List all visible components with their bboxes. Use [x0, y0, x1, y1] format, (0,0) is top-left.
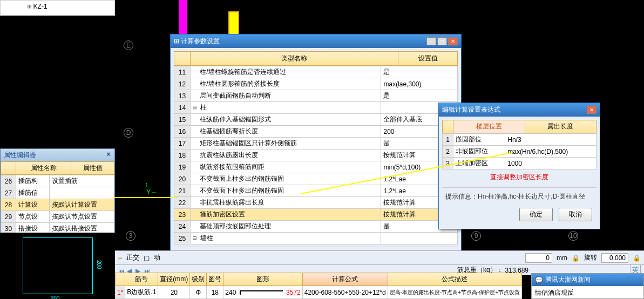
param-table: 类型名称设置值 — [174, 51, 458, 66]
axis-3: 3 — [126, 231, 135, 241]
param-dialog-title[interactable]: ⊞ 计算参数设置 − □ ✕ — [171, 35, 461, 48]
dyn-icon[interactable]: ▢ — [144, 254, 150, 262]
param-row[interactable]: 15 柱纵筋伸入基础锚固形式全部伸入基底 — [174, 114, 458, 126]
tree-panel: ⊞ KZ-1 — [0, 0, 115, 16]
param-row[interactable]: 12 柱/墙柱圆形箍筋的搭接长度max(lae,300) — [174, 78, 458, 90]
rebar-header[interactable] — [116, 273, 125, 286]
prop-row[interactable]: 27插筋信 — [1, 187, 114, 199]
close-icon[interactable]: ✕ — [587, 106, 596, 114]
param-row[interactable]: 24 基础顶部按嵌固部位处理是 — [174, 221, 458, 233]
edit-table: 楼层位置露出长度 — [442, 120, 596, 133]
rebar-header[interactable]: 图号 — [207, 273, 223, 286]
rebar-header[interactable]: 公式描述 — [388, 273, 522, 286]
shape-cell: 240 3572 — [223, 286, 302, 299]
dialog-icon: ⊞ — [174, 37, 181, 45]
news-icon: 💬 — [535, 276, 543, 284]
prop-row[interactable]: 29节点设按默认节点设置 — [1, 211, 114, 223]
prop-row[interactable]: 26插筋构设置插筋 — [1, 175, 114, 187]
cancel-button[interactable]: 取消 — [559, 208, 592, 221]
param-row[interactable]: 17 矩形柱基础锚固区只计算外侧箍筋是 — [174, 138, 458, 150]
param-row[interactable]: 18 抗震柱纵筋露出长度按规范计算 — [174, 150, 458, 161]
news-title: 💬 腾讯大浙网新闻 — [532, 274, 643, 286]
ok-button[interactable]: 确定 — [519, 208, 553, 221]
param-row[interactable]: 20 不变截面上柱多出的钢筋锚固1.2*Lae — [174, 173, 458, 185]
tree-expand-icon[interactable]: ⊞ — [28, 3, 31, 10]
ortho-toggle[interactable]: 正交 — [126, 253, 139, 262]
param-row[interactable]: 11 柱/墙柱螺旋箍筋是否连续通过是 — [174, 66, 458, 78]
preview-panel: 200 200 — [0, 233, 115, 299]
rebar-header[interactable]: 计算公式 — [302, 273, 388, 286]
edit-dialog-title[interactable]: 编辑计算设置表达式 ✕ — [439, 103, 600, 117]
param-row[interactable]: 16 柱基础插筋弯折长度200 — [174, 126, 458, 138]
status-bar: ⌐ 正交 ▢ 动 0 mm 🔒 旋转 0.000 🔒 — [115, 250, 644, 264]
maximize-icon[interactable]: □ — [437, 37, 447, 45]
rebar-header[interactable]: 图形 — [223, 273, 302, 286]
minimize-icon[interactable]: − — [426, 37, 436, 45]
preview-box: 200 200 — [23, 237, 93, 294]
param-row[interactable]: 22 非抗震柱纵筋露出长度按规范计算 — [174, 197, 458, 209]
param-row[interactable]: 25⊟ 墙柱 — [174, 233, 458, 244]
rebar-table: 筋号直径(mm)级别图号图形计算公式公式描述 1* B边纵筋.1 20 Φ 18… — [115, 273, 522, 299]
connector-line-1 — [113, 197, 178, 198]
rebar-header[interactable]: 筋号 — [125, 273, 158, 286]
axis-10: 10 — [568, 231, 578, 241]
angle-field[interactable]: 0.000 — [601, 253, 628, 263]
edit-row[interactable]: 2非嵌固部位max(Hn/6,hc(D),500) — [443, 146, 596, 158]
close-icon[interactable]: ✕ — [106, 151, 111, 160]
lock-icon[interactable]: 🔒 — [572, 254, 580, 262]
coord-field[interactable]: 0 — [525, 253, 552, 263]
axis-e: E — [124, 40, 133, 50]
close-icon[interactable]: ✕ — [448, 37, 458, 45]
tree-item-label: KZ-1 — [33, 3, 48, 10]
ortho-icon[interactable]: ⌐ — [118, 254, 122, 262]
param-row[interactable]: 23 箍筋加密区设置按规范计算 — [174, 209, 458, 221]
property-table: 属性名称属性值 — [1, 161, 114, 175]
news-item[interactable]: 情侣酒店现反 — [532, 286, 643, 299]
edit-expression-dialog: 编辑计算设置表达式 ✕ 楼层位置露出长度 1嵌固部位Hn/32非嵌固部位max(… — [438, 103, 600, 229]
rebar-row[interactable]: 1* B边纵筋.1 20 Φ 18 240 3572 4200-608-550+… — [116, 286, 522, 299]
news-panel: 💬 腾讯大浙网新闻 情侣酒店现反 — [531, 273, 644, 299]
tree-item-kz1[interactable]: ⊞ KZ-1 — [1, 1, 114, 12]
xy-arrow: ↑ Y→ — [145, 181, 157, 196]
param-row[interactable]: 13 层间变截面钢筋自动判断是 — [174, 90, 458, 102]
rebar-header[interactable]: 级别 — [190, 273, 207, 286]
edit-row[interactable]: 1嵌固部位Hn/3 — [443, 134, 596, 146]
rebar-header[interactable]: 直径(mm) — [158, 273, 190, 286]
axis-d: D — [124, 128, 133, 138]
edit-row[interactable]: 3上端加密区1000 — [443, 158, 596, 169]
property-editor-title: 属性编辑器 ✕ — [1, 149, 114, 161]
red-note: 直接调整加密区长度 — [442, 169, 596, 185]
param-row[interactable]: 14⊟ 柱 — [174, 102, 458, 114]
prop-row[interactable]: 28计算设按默认计算设置 — [1, 199, 114, 211]
lock-icon-2[interactable]: 🔒 — [633, 254, 641, 262]
edit-hint: 提示信息：Hn-柱净高,hc-柱长边尺寸,D-圆柱直径 — [442, 187, 596, 203]
axis-9: 9 — [471, 231, 481, 241]
dyn-toggle[interactable]: 动 — [154, 253, 160, 262]
